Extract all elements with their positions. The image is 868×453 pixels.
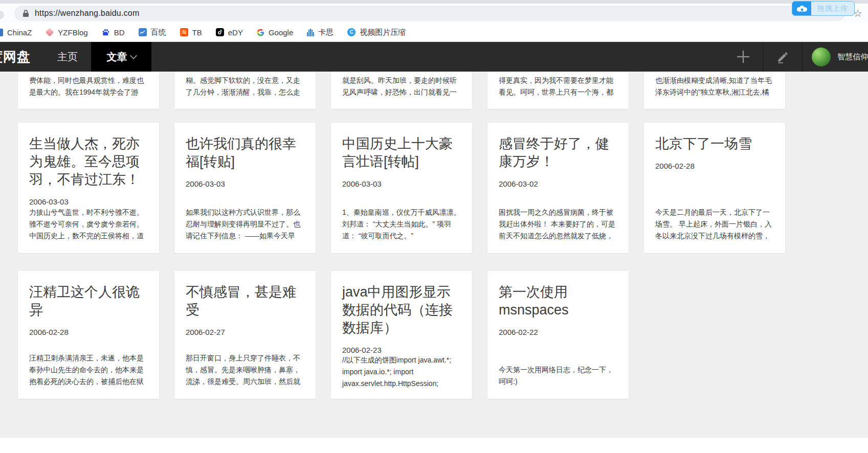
card-row-2: 汪精卫这个人很诡异 2006-02-28 汪精卫刺杀满清亲王，未遂，他本是奉孙中… (0, 271, 868, 399)
article-card[interactable]: 不慎感冒，甚是难受 2006-02-27 那日开窗口，身上只穿了件睡衣，不慎，感… (174, 271, 316, 399)
article-title: 中国历史上十大豪言壮语[转帖] (342, 135, 461, 171)
article-card[interactable]: 得更真实，因为我不需要在梦里才能看见。呵呵，世界上只有一个海，都 (487, 72, 629, 109)
article-excerpt: 就是刮风。昨天加班，要走的时候听见风声呼啸，好恐怖，出门就看见一 (342, 75, 461, 98)
address-bar[interactable]: https://wenzhang.baidu.com (14, 6, 845, 21)
nav-item-articles[interactable]: 文章 (91, 42, 151, 72)
article-card[interactable]: 中国历史上十大豪言壮语[转帖] 2006-03-03 1、秦始皇南巡，仪仗万千威… (331, 123, 472, 253)
article-card[interactable]: java中用图形显示数据的代码（连接数据库） 2006-02-23 //以下生成… (331, 271, 472, 399)
footer-strip (0, 437, 868, 453)
articles-grid: 费体能，同时也最具观赏性，难度也是最大的。我在1994年就学会了游 糊。感觉脚下… (0, 72, 868, 438)
bookmark-compress[interactable]: C 视频图片压缩 (347, 28, 406, 37)
bookmark-label: TB (192, 28, 202, 37)
bookmark-label: 卡思 (318, 28, 333, 37)
article-card[interactable]: 感冒终于好了，健康万岁！ 2006-03-02 困扰我一周之久的感冒病菌，终于被… (487, 123, 629, 253)
circle-c-icon: C (347, 28, 355, 36)
netdisk-upload-button[interactable]: 拖拽上传 (792, 1, 855, 16)
article-excerpt: 如果我们以这种方式认识世界，那么忍耐与理解则变得再明显不过了。也请记住下列信息：… (186, 207, 304, 242)
bookmarks-bar: ChinaZ YZFBlog BD 百统 淘 TB eDY Google 卡思 (0, 23, 868, 42)
baidu-paw-icon (102, 28, 110, 36)
bookmark-label: ChinaZ (7, 28, 32, 37)
article-date: 2006-03-03 (29, 197, 148, 206)
article-date: 2006-03-02 (499, 179, 617, 188)
bookmark-yzfblog[interactable]: YZFBlog (46, 28, 87, 37)
bookmark-label: 视频图片压缩 (360, 28, 406, 37)
plus-icon (736, 49, 751, 64)
article-date: 2006-02-23 (342, 346, 461, 354)
article-excerpt: 那日开窗口，身上只穿了件睡衣，不慎，感冒。先是来咽喉肿痛，鼻塞，流涕，很是难受。… (186, 352, 304, 388)
bookmark-label: Google (269, 28, 293, 37)
article-date: 2006-02-22 (499, 328, 617, 336)
bookmark-kasi[interactable]: 卡思 (307, 28, 333, 37)
vertical-bars-icon (307, 29, 314, 36)
article-excerpt: 也渐渐由模糊变成清晰,知道了当年毛泽东诗词中的"独立寒秋,湘江北去,橘 (655, 75, 774, 98)
bookmark-bd[interactable]: BD (102, 28, 125, 37)
site-logo[interactable]: 百度网盘 (0, 42, 41, 72)
bookmark-edy[interactable]: eDY (216, 28, 243, 37)
article-card[interactable]: 生当做人杰，死亦为鬼雄。至今思项羽，不肯过江东！ 2006-03-03 力拔山兮… (18, 123, 159, 253)
article-excerpt: 今天第一次用网络日志，纪念一下，呵呵:) (499, 364, 617, 388)
article-card[interactable]: 第一次使用msnspaces 2006-02-22 今天第一次用网络日志，纪念一… (487, 271, 629, 399)
bookmark-label: YZFBlog (58, 28, 87, 37)
article-excerpt: 困扰我一周之久的感冒病菌，终于被我赶出体外啦！ 本来要好了的，可是前天不知道怎么… (499, 207, 617, 242)
article-excerpt: //以下生成的饼图import java.awt.*; import java.… (342, 354, 461, 390)
write-button[interactable] (763, 42, 802, 72)
bookmark-tb[interactable]: 淘 TB (180, 28, 202, 37)
username: 智慧信仰 (837, 52, 868, 62)
tab-strip (0, 0, 868, 4)
article-card[interactable]: 也渐渐由模糊变成清晰,知道了当年毛泽东诗词中的"独立寒秋,湘江北去,橘 (644, 72, 785, 109)
article-title: 也许我们真的很幸福[转贴] (186, 135, 304, 171)
article-card[interactable]: 费体能，同时也最具观赏性，难度也是最大的。我在1994年就学会了游 (18, 72, 159, 109)
card-row-1: 生当做人杰，死亦为鬼雄。至今思项羽，不肯过江东！ 2006-03-03 力拔山兮… (0, 123, 868, 253)
article-card[interactable]: 糊。感觉脚下软软的，没在意，又走了几分钟，渐渐清醒，我靠，怎么走 (174, 72, 316, 109)
bookmark-label: eDY (228, 28, 243, 37)
article-title: 生当做人杰，死亦为鬼雄。至今思项羽，不肯过江东！ (29, 135, 148, 189)
bookmark-google[interactable]: Google (257, 28, 293, 37)
site-navbar: 百度网盘 主页 文章 智慧信仰 (0, 42, 868, 72)
chart-line-icon (139, 28, 147, 36)
article-title: 第一次使用msnspaces (499, 283, 617, 319)
user-menu[interactable]: 智慧信仰 (803, 42, 868, 72)
lock-icon (23, 9, 29, 17)
article-title: 感冒终于好了，健康万岁！ (499, 135, 617, 171)
article-date: 2006-02-28 (655, 162, 774, 170)
article-title: 汪精卫这个人很诡异 (29, 283, 148, 319)
card-row-partial: 费体能，同时也最具观赏性，难度也是最大的。我在1994年就学会了游 糊。感觉脚下… (0, 72, 868, 109)
bookmark-label: 百统 (151, 28, 166, 37)
baidu-netdisk-cloud-icon (792, 2, 811, 15)
article-title: java中用图形显示数据的代码（连接数据库） (342, 283, 461, 337)
pink-diamond-icon (46, 28, 54, 37)
article-card[interactable]: 也许我们真的很幸福[转贴] 2006-03-03 如果我们以这种方式认识世界，那… (174, 123, 316, 253)
netdisk-upload-label: 拖拽上传 (811, 2, 854, 15)
article-title: 不慎感冒，甚是难受 (186, 283, 304, 319)
article-excerpt: 汪精卫刺杀满清亲王，未遂，他本是奉孙中山先生的命令去的，他本来是抱着必死的决心去… (29, 352, 148, 388)
article-excerpt: 费体能，同时也最具观赏性，难度也是最大的。我在1994年就学会了游 (29, 75, 148, 98)
chevron-down-icon (129, 52, 137, 59)
google-g-icon (257, 29, 264, 36)
add-button[interactable] (724, 42, 763, 72)
douyin-icon (216, 28, 224, 36)
taobao-icon: 淘 (180, 28, 188, 36)
bookmark-baitong[interactable]: 百统 (139, 28, 166, 37)
bookmark-label: BD (114, 28, 125, 37)
article-card[interactable]: 北京下了一场雪 2006-02-28 今天是二月的最后一天，北京下了一场雪。 早… (644, 123, 785, 253)
chinaz-favicon-icon (0, 29, 3, 36)
article-date: 2006-02-28 (29, 328, 148, 336)
article-excerpt: 得更真实，因为我不需要在梦里才能看见。呵呵，世界上只有一个海，都 (499, 75, 617, 98)
article-excerpt: 糊。感觉脚下软软的，没在意，又走了几分钟，渐渐清醒，我靠，怎么走 (186, 75, 304, 98)
pencil-icon (776, 50, 790, 64)
browser-toolbar: https://wenzhang.baidu.com ☆ (0, 4, 868, 23)
nav-item-home[interactable]: 主页 (49, 42, 86, 72)
avatar (812, 48, 831, 66)
article-date: 2006-03-03 (186, 179, 304, 188)
article-card[interactable]: 汪精卫这个人很诡异 2006-02-28 汪精卫刺杀满清亲王，未遂，他本是奉孙中… (18, 271, 159, 399)
article-excerpt: 力拔山兮气盖世，时不利兮骓不逝。骓不逝兮可奈何，虞兮虞兮奈若何。中国历史上，数不… (29, 207, 148, 242)
article-title: 北京下了一场雪 (655, 135, 774, 153)
article-excerpt: 1、秦始皇南巡，仪仗万千威风凛凛。刘邦道： “大丈夫生当如此。” 项羽道： “彼… (342, 207, 461, 242)
article-card[interactable]: 就是刮风。昨天加班，要走的时候听见风声呼啸，好恐怖，出门就看见一 (331, 72, 472, 109)
article-excerpt: 今天是二月的最后一天，北京下了一场雪。 早上起床，外面一片银白，入冬以来北京没下… (655, 207, 774, 242)
article-date: 2006-02-27 (186, 328, 304, 336)
toolbar-button-remnant (0, 11, 4, 19)
article-date: 2006-03-03 (342, 179, 461, 188)
bookmark-chinaz[interactable]: ChinaZ (0, 28, 32, 37)
url-text: https://wenzhang.baidu.com (35, 9, 139, 18)
